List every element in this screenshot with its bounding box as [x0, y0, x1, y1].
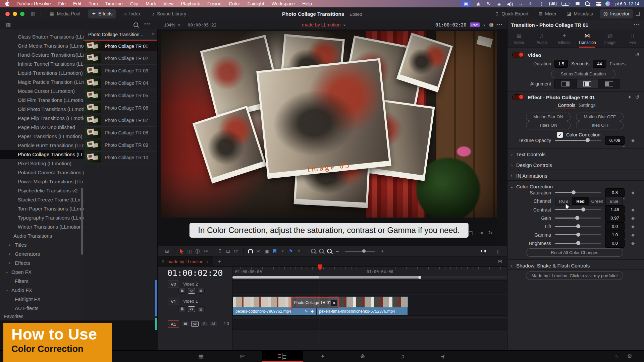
library-list-item[interactable]: ⌄ Open FX	[0, 267, 84, 277]
source-timecode[interactable]: 00:00:05:22	[188, 22, 217, 27]
control-center-icon[interactable]	[596, 2, 601, 6]
library-list-item[interactable]: Hand-Gesture-Transitions(LLm...	[0, 50, 84, 59]
viewer-options-icon[interactable]: •••	[497, 22, 503, 27]
enable-video-icon[interactable]: ▦	[197, 288, 205, 294]
duration-seconds-input[interactable]: 1.5	[554, 60, 568, 68]
transition-list-item[interactable]: Photo Collage TR 08	[84, 127, 157, 139]
library-list-item[interactable]: Liquid-Transitions (LLmotion)	[0, 68, 84, 77]
flag-chevron-icon[interactable]: ∨	[295, 249, 303, 253]
panel-toggle-button[interactable]: ↥ Quick Export	[492, 9, 532, 18]
chevron-down-icon[interactable]: ∨	[483, 23, 485, 27]
slider-track[interactable]	[555, 192, 601, 193]
slider-handle[interactable]	[586, 138, 590, 142]
library-list-item[interactable]: Pixel Sorting (LLmotion)	[0, 159, 84, 168]
titles-on-button[interactable]: Titles ON	[526, 121, 571, 129]
auto-select-icon[interactable]: <>	[188, 288, 195, 294]
panel-toggle-button[interactable]: ♪ Sound Library	[149, 9, 190, 18]
battery-icon[interactable]: ↯	[561, 2, 569, 6]
keyframe-diamond-icon[interactable]: ◆	[631, 224, 635, 229]
slider-handle[interactable]	[576, 224, 580, 228]
slider-track[interactable]	[555, 140, 601, 141]
inspector-tab[interactable]: ▯ File	[621, 29, 644, 48]
inspector-tab[interactable]: ▧ Image	[598, 29, 621, 48]
library-list-item[interactable]: Glass Shatter Transitions (LLm...	[0, 32, 84, 41]
zoom-slider[interactable]	[345, 251, 375, 252]
close-timeline-icon[interactable]: ×	[162, 259, 164, 264]
video-track-2-lane[interactable]	[232, 280, 507, 294]
jump-to-end-icon[interactable]: ⇥	[479, 230, 483, 236]
detail-zoom-icon[interactable]	[317, 249, 325, 253]
do-not-disturb-icon[interactable]: ☾	[529, 1, 534, 6]
library-list-item[interactable]: AU Effects	[0, 304, 84, 313]
library-list-item[interactable]: Stacked Freeze Frame (LLmotion)	[0, 195, 84, 204]
transition-list-item[interactable]: Photo Collage TR 03	[84, 65, 157, 77]
library-list-item[interactable]: Torn Paper Transitions (LLmoti...	[0, 204, 84, 213]
slider-track[interactable]	[555, 209, 601, 210]
slider-handle[interactable]	[575, 216, 579, 220]
slider-handle[interactable]	[581, 207, 585, 212]
transition-list-item[interactable]: Photo Collage TR 05	[84, 89, 157, 102]
text-controls-section[interactable]: › Text Controls	[507, 150, 644, 158]
media-page-icon[interactable]: ▦	[194, 351, 208, 362]
library-list-item[interactable]: Winter Transitions (LLmotion)	[0, 222, 84, 231]
slider-track[interactable]	[555, 234, 601, 235]
library-list-item[interactable]: Old Photo Transitions (LLmotion)	[0, 105, 84, 114]
lock-track-icon[interactable]	[182, 321, 189, 327]
auto-select-icon[interactable]: <>	[188, 306, 195, 312]
zoom-window-button[interactable]	[20, 12, 24, 16]
library-list-item[interactable]: Magic Particle Transition (LLmo...	[0, 77, 84, 86]
library-list-item[interactable]: Psychedelic-Transitions-v2	[0, 186, 84, 195]
library-list-item[interactable]: Audio Transitions	[0, 231, 84, 240]
slider-handle[interactable]	[576, 241, 580, 245]
audio-tracks-scroll-strip[interactable]	[155, 318, 157, 330]
screen-mirroring-icon[interactable]: ▣	[461, 1, 471, 7]
panel-toggle-button[interactable]: ≡ Index	[121, 9, 144, 18]
library-list-item[interactable]: Filters	[0, 277, 84, 286]
position-lock-icon[interactable]: ▣	[263, 248, 271, 254]
slider-value-input[interactable]: 1.48	[605, 205, 625, 214]
slider-value-input[interactable]: 0.0	[605, 222, 625, 231]
zoom-out-icon[interactable]: –	[333, 248, 341, 254]
viewer-timeline-selector[interactable]: made by LLmotion ∨	[302, 20, 346, 29]
library-sidebar-toggle-icon[interactable]: ▥	[6, 22, 11, 28]
keyframe-diamond-icon[interactable]: ◆	[631, 190, 635, 195]
reset-section-icon[interactable]: ↺	[635, 52, 639, 58]
slider-value-input[interactable]: 1.0	[605, 231, 625, 239]
portfolio-link-button[interactable]: Made by LLmotion. Click to visit my port…	[526, 272, 623, 280]
wifi-icon[interactable]: )))	[575, 2, 579, 5]
timeline-horizontal-scrollbar[interactable]	[232, 276, 507, 279]
effects-options-icon[interactable]: •••	[144, 22, 151, 26]
menu-item[interactable]: Timeline	[102, 1, 126, 6]
sidebar-scrollbar[interactable]	[81, 188, 83, 255]
keyframe-diamond-icon[interactable]: ◆	[631, 241, 635, 246]
dual-screen-icon[interactable]: ▥	[31, 11, 35, 17]
fusion-page-icon[interactable]: ✦	[315, 351, 330, 362]
insert-clip-icon[interactable]: ↧	[216, 248, 224, 254]
menu-item[interactable]: File	[54, 1, 69, 6]
library-list-item[interactable]: Fairlight FX	[0, 295, 84, 304]
slider-value-input[interactable]: 0.0	[605, 239, 625, 248]
panel-toggle-button[interactable]: ◪ Metadata	[563, 9, 597, 18]
close-window-button[interactable]	[5, 12, 10, 16]
edit-page-icon[interactable]	[275, 351, 289, 362]
keyframe-diamond-icon[interactable]: ◆	[631, 216, 635, 221]
chevron-down-icon[interactable]: ∨	[178, 23, 180, 27]
spotlight-search-icon[interactable]	[585, 1, 590, 6]
transition-list-item[interactable]: Photo Collage TR 09	[84, 139, 157, 152]
fit-viewer-icon[interactable]: ▢	[469, 230, 473, 236]
menu-item[interactable]: Fairlight	[244, 1, 268, 6]
track-id-badge[interactable]: A1	[168, 320, 179, 328]
video-tracks-scroll-strip[interactable]	[155, 280, 157, 316]
duration-frames-input[interactable]: 44	[593, 60, 606, 68]
library-list-item[interactable]: Polaroid Camera Transitions (L...	[0, 168, 84, 177]
panel-toggle-button[interactable]: ≣ Mixer	[535, 9, 560, 18]
library-list-item[interactable]: › Titles	[0, 240, 84, 249]
effect-wand-icon[interactable]: ✦	[628, 94, 632, 100]
library-list-item[interactable]: Old Film Transitions (LLmotion)	[0, 96, 84, 105]
slider-value-input[interactable]: 0.97	[605, 214, 625, 223]
library-list-item[interactable]: Photo Collage Transitions (LLm...	[0, 150, 84, 159]
align-center-button[interactable]	[577, 79, 598, 88]
channel-button[interactable]: Blue	[606, 197, 622, 205]
inspector-tab[interactable]: ♫ Audio	[530, 29, 553, 48]
reset-section-icon[interactable]: ↺	[635, 94, 639, 100]
